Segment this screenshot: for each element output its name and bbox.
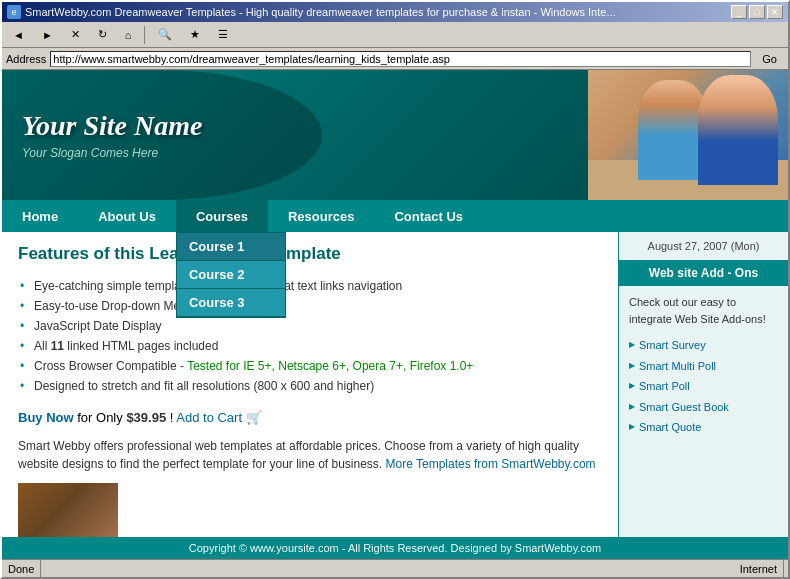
browser-window: e SmartWebby.com Dreamweaver Templates -… <box>0 0 790 579</box>
smart-poll-link[interactable]: Smart Poll <box>639 380 690 392</box>
person1 <box>698 75 778 185</box>
favorites-button[interactable]: ★ <box>183 26 207 43</box>
dropdown-item-course3[interactable]: Course 3 <box>177 289 285 317</box>
main-layout: Features of this Learning/Kids Template … <box>2 232 788 537</box>
more-templates-link[interactable]: More Templates from SmartWebby.com <box>386 457 596 471</box>
address-input[interactable] <box>50 51 751 67</box>
refresh-button[interactable]: ↻ <box>91 26 114 43</box>
minimize-button[interactable]: _ <box>731 5 747 19</box>
address-bar: Address Go <box>2 48 788 70</box>
page-title: Features of this Learning/Kids Template <box>18 244 602 264</box>
smart-quote-link[interactable]: Smart Quote <box>639 421 701 433</box>
sidebar-link-1: Smart Multi Poll <box>629 356 778 377</box>
bottom-image: www.heritagech... <box>18 483 118 537</box>
home-button[interactable]: ⌂ <box>118 27 139 43</box>
sidebar-body: Check out our easy to integrate Web Site… <box>619 286 788 446</box>
forward-button[interactable]: ► <box>35 27 60 43</box>
sidebar-description: Check out our easy to integrate Web Site… <box>629 294 778 327</box>
window-title: SmartWebby.com Dreamweaver Templates - H… <box>25 6 616 18</box>
nav-bar: Home About Us Courses Course 1 Course 2 … <box>2 200 788 232</box>
dropdown-item-course2[interactable]: Course 2 <box>177 261 285 289</box>
browser-icon: e <box>7 5 21 19</box>
courses-dropdown: Course 1 Course 2 Course 3 <box>176 232 286 318</box>
sidebar: August 27, 2007 (Mon) Web site Add - Ons… <box>618 232 788 537</box>
feature-item-2: JavaScript Date Display <box>18 316 602 336</box>
window-controls: _ □ ✕ <box>731 5 783 19</box>
history-button[interactable]: ☰ <box>211 26 235 43</box>
stop-button[interactable]: ✕ <box>64 26 87 43</box>
nav-contact[interactable]: Contact Us <box>374 200 483 232</box>
site-tagline: Your Slogan Comes Here <box>22 146 568 160</box>
date-display: August 27, 2007 (Mon) <box>619 232 788 260</box>
sidebar-links: Smart Survey Smart Multi Poll Smart Poll… <box>629 335 778 438</box>
sidebar-link-2: Smart Poll <box>629 376 778 397</box>
smart-multi-poll-link[interactable]: Smart Multi Poll <box>639 360 716 372</box>
sidebar-link-0: Smart Survey <box>629 335 778 356</box>
feature-list: Eye-catching simple template designed wi… <box>18 276 602 396</box>
main-content: Features of this Learning/Kids Template … <box>2 232 618 537</box>
sidebar-link-4: Smart Quote <box>629 417 778 438</box>
maximize-button[interactable]: □ <box>749 5 765 19</box>
buy-now-link[interactable]: Buy Now <box>18 410 74 425</box>
feature-item-5: Designed to stretch and fit all resoluti… <box>18 376 602 396</box>
smart-guest-book-link[interactable]: Smart Guest Book <box>639 401 729 413</box>
site-header: Your Site Name Your Slogan Comes Here <box>2 70 788 200</box>
status-internet: Internet <box>738 560 784 577</box>
site-title: Your Site Name <box>22 110 568 142</box>
nav-courses[interactable]: Courses Course 1 Course 2 Course 3 <box>176 200 268 232</box>
smart-survey-link[interactable]: Smart Survey <box>639 339 706 351</box>
sidebar-title: Web site Add - Ons <box>619 260 788 286</box>
page-content: Your Site Name Your Slogan Comes Here Ho… <box>2 70 788 559</box>
buy-section: Buy Now for Only $39.95 ! Add to Cart 🛒 <box>18 410 602 425</box>
close-button[interactable]: ✕ <box>767 5 783 19</box>
address-label: Address <box>6 53 46 65</box>
sidebar-link-3: Smart Guest Book <box>629 397 778 418</box>
nav-home[interactable]: Home <box>2 200 78 232</box>
dropdown-item-course1[interactable]: Course 1 <box>177 233 285 261</box>
price: $39.95 <box>126 410 166 425</box>
feature-item-1: Easy-to-use Drop-down Menus <box>18 296 602 316</box>
status-done: Done <box>6 560 41 577</box>
footer: Copyright © www.yoursite.com - All Right… <box>2 537 788 559</box>
header-image <box>588 70 788 200</box>
tested-link[interactable]: Tested for IE 5+, Netscape 6+, Opera 7+,… <box>187 359 473 373</box>
search-button[interactable]: 🔍 <box>151 26 179 43</box>
description: Smart Webby offers professional web temp… <box>18 437 602 473</box>
header-photo <box>588 70 788 200</box>
back-button[interactable]: ◄ <box>6 27 31 43</box>
go-button[interactable]: Go <box>755 51 784 67</box>
browser-toolbar: ◄ ► ✕ ↻ ⌂ 🔍 ★ ☰ <box>2 22 788 48</box>
status-bar: Done Internet <box>2 559 788 577</box>
feature-item-0: Eye-catching simple template designed wi… <box>18 276 602 296</box>
title-bar: e SmartWebby.com Dreamweaver Templates -… <box>2 2 788 22</box>
add-to-cart-link[interactable]: Add to Cart <box>176 410 242 425</box>
feature-item-4: Cross Browser Compatible - Tested for IE… <box>18 356 602 376</box>
nav-about[interactable]: About Us <box>78 200 176 232</box>
feature-item-3: All 11 linked HTML pages included <box>18 336 602 356</box>
footer-text: Copyright © www.yoursite.com - All Right… <box>189 542 601 554</box>
nav-resources[interactable]: Resources <box>268 200 374 232</box>
buy-suffix: for Only <box>77 410 126 425</box>
